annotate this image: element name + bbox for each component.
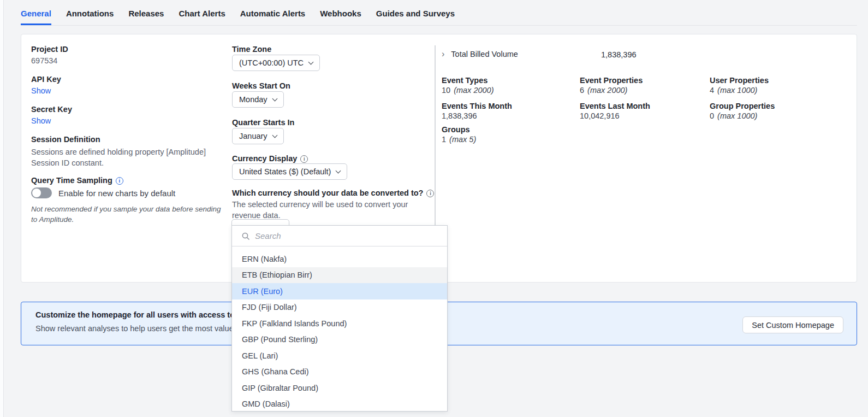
weeks-start-on-value: Monday (239, 95, 267, 104)
currency-convert-label: Which currency should your data be conve… (232, 189, 423, 197)
stat-label: User Properties (710, 76, 769, 85)
currency-dropdown: ERN (Nakfa) ETB (Ethiopian Birr) EUR (Eu… (231, 225, 448, 412)
stat-number: 0 (710, 111, 714, 120)
tab-chart-alerts[interactable]: Chart Alerts (179, 2, 225, 25)
secret-key-label: Secret Key (31, 105, 72, 114)
chevron-down-icon (272, 132, 277, 138)
stat-max: (max 5) (449, 135, 476, 144)
secret-key-show-link[interactable]: Show (31, 116, 51, 125)
chevron-down-icon (272, 96, 277, 101)
stat-value: 6(max 2000) (580, 86, 627, 95)
stat-label: Group Properties (710, 102, 775, 110)
quarter-starts-in-select[interactable]: January (232, 128, 284, 144)
project-id-value: 697534 (31, 56, 57, 65)
currency-convert-description: The selected currency will be used to co… (232, 199, 433, 221)
query-time-sampling-toggle-label: Enable for new charts by default (58, 189, 175, 198)
stat-number: 6 (580, 86, 584, 95)
project-id-label: Project ID (31, 45, 68, 54)
stat-max: (max 2000) (454, 86, 494, 95)
session-definition-label: Session Definition (31, 135, 100, 144)
banner-title: Customize the homepage for all users wit… (35, 310, 251, 319)
currency-option[interactable]: EUR (Euro) (232, 283, 447, 299)
session-definition-description: Sessions are defined holding property [A… (31, 146, 232, 168)
currency-search-row (232, 226, 447, 246)
currency-option[interactable]: FJD (Fiji Dollar) (232, 299, 447, 316)
tab-general[interactable]: General (21, 2, 51, 25)
stat-value: 1(max 5) (442, 135, 476, 144)
tab-releases[interactable]: Releases (128, 2, 164, 25)
stat-label: Event Types (442, 76, 487, 85)
search-icon (242, 232, 249, 240)
stat-number: 10 (442, 86, 450, 95)
currency-option-list: ERN (Nakfa) ETB (Ethiopian Birr) EUR (Eu… (232, 246, 447, 412)
info-icon[interactable]: i (300, 155, 308, 163)
api-key-show-link[interactable]: Show (31, 86, 51, 95)
time-zone-value: (UTC+00:00) UTC (239, 58, 304, 67)
currency-search-input[interactable] (255, 226, 447, 246)
tab-automatic-alerts[interactable]: Automatic Alerts (240, 2, 305, 25)
query-time-sampling-note: Not recommended if you sample your data … (31, 204, 223, 225)
stat-value: 0(max 1000) (710, 111, 757, 120)
currency-option[interactable]: GMD (Dalasi) (232, 396, 447, 412)
stat-label: Events Last Month (580, 102, 650, 110)
stat-number: 4 (710, 86, 714, 95)
stat-max: (max 1000) (717, 86, 757, 95)
stat-value: 10(max 2000) (442, 86, 494, 95)
stat-number: 10,042,916 (580, 111, 620, 120)
weeks-start-on-label: Weeks Start On (232, 81, 290, 90)
weeks-start-on-select[interactable]: Monday (232, 91, 284, 108)
time-zone-select[interactable]: (UTC+00:00) UTC (232, 55, 320, 71)
api-key-label: API Key (31, 75, 61, 84)
set-custom-homepage-button[interactable]: Set Custom Homepage (742, 316, 843, 333)
query-time-sampling-toggle[interactable] (31, 187, 52, 198)
tab-guides-and-surveys[interactable]: Guides and Surveys (376, 2, 455, 25)
total-billed-volume-label: Total Billed Volume (451, 50, 518, 58)
quarter-starts-in-label: Quarter Starts In (232, 118, 294, 127)
toggle-knob (32, 189, 41, 197)
currency-display-label-row: Currency Displayi (232, 154, 308, 163)
stat-value: 1,838,396 (442, 111, 480, 120)
tab-webhooks[interactable]: Webhooks (320, 2, 361, 25)
stat-max: (max 2000) (587, 86, 627, 95)
currency-option[interactable]: GBP (Pound Sterling) (232, 332, 447, 348)
currency-option[interactable]: FKP (Falkland Islands Pound) (232, 315, 447, 332)
collapsed-sidebar-edge (0, 0, 4, 417)
project-settings-page: { "tabs": ["General", "Annotations", "Re… (0, 0, 868, 417)
currency-option[interactable]: ERN (Nakfa) (232, 251, 447, 267)
stat-label: Event Properties (580, 76, 643, 85)
stat-label: Events This Month (442, 102, 512, 110)
currency-display-label: Currency Display (232, 154, 297, 163)
currency-option[interactable]: ETB (Ethiopian Birr) (232, 267, 447, 284)
chevron-right-icon: › (442, 49, 444, 59)
info-icon[interactable]: i (116, 177, 123, 185)
currency-option[interactable]: GIP (Gibraltar Pound) (232, 380, 447, 396)
stat-number: 1 (442, 135, 446, 144)
chevron-down-icon (308, 59, 314, 64)
currency-option[interactable]: GEL (Lari) (232, 348, 447, 364)
stat-label: Groups (442, 125, 470, 134)
query-time-sampling-toggle-row: Enable for new charts by default (31, 187, 175, 198)
total-billed-volume-value: 1,838,396 (601, 50, 637, 59)
quarter-starts-in-value: January (239, 132, 267, 140)
currency-display-value: United States ($) (Default) (239, 167, 331, 176)
banner-subtitle: Show relevant analyses to help users get… (35, 324, 245, 333)
stat-value: 10,042,916 (580, 111, 623, 120)
currency-display-select[interactable]: United States ($) (Default) (232, 163, 347, 180)
query-time-sampling-label-row: Query Time Samplingi (31, 175, 123, 185)
tab-annotations[interactable]: Annotations (66, 2, 114, 25)
currency-option[interactable]: GHS (Ghana Cedi) (232, 364, 447, 380)
total-billed-volume-row[interactable]: › Total Billed Volume (442, 49, 518, 59)
query-time-sampling-label: Query Time Sampling (31, 176, 112, 185)
settings-tab-bar: General Annotations Releases Chart Alert… (21, 0, 857, 26)
currency-convert-label-row: Which currency should your data be conve… (232, 188, 434, 198)
stat-number: 1,838,396 (442, 111, 477, 120)
time-zone-label: Time Zone (232, 45, 271, 54)
info-icon[interactable]: i (426, 190, 434, 197)
stat-value: 4(max 1000) (710, 86, 757, 95)
stat-max: (max 1000) (717, 111, 757, 120)
chevron-down-icon (336, 168, 341, 173)
